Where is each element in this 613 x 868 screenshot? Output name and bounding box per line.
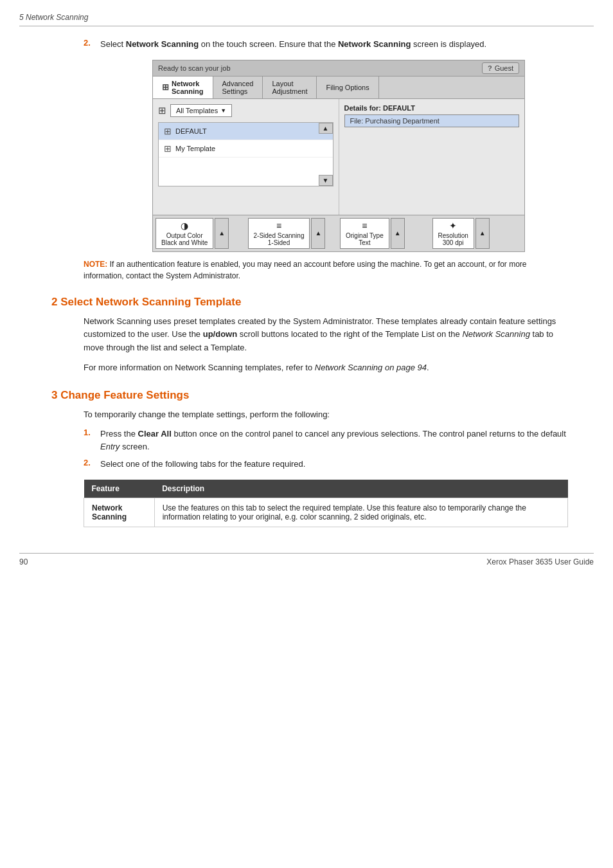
ts-resolution-icon: ✦ [449,221,457,231]
ts-tab-advanced-settings[interactable]: AdvancedSettings [213,77,263,98]
ts-tab-ns-label: NetworkScanning [172,80,204,95]
ts-tab-as-label: AdvancedSettings [222,80,254,95]
ts-scroll-up-button[interactable]: ▲ [319,123,333,134]
ts-details-for-label: Details for: DEFAULT [344,104,520,112]
ts-all-templates-dropdown[interactable]: All Templates ▼ [170,104,232,117]
ts-body: ⊞ All Templates ▼ ▲ ⊞ DEFAULT ⊞ My Templ… [153,99,524,215]
ts-two-sided-value: 1-Sided [268,239,290,246]
ts-two-sided-group: ≡ 2-Sided Scanning 1-Sided ▲ [248,218,338,249]
footer-page-number: 90 [19,557,28,566]
section3-steps: 1. Press the Clear All button once on th… [19,428,594,471]
table-header-feature: Feature [84,480,155,498]
ts-output-color-btn[interactable]: ◑ Output Color Black and White [155,218,213,249]
note-label: NOTE: [84,260,107,269]
ts-original-type-btn[interactable]: ≡ Original Type Text [340,218,389,249]
table-cell-feature: Network Scanning [84,498,155,527]
ts-two-sided-icon: ≡ [276,221,281,231]
ts-output-color-value: Black and White [161,239,208,246]
feature-table: Feature Description Network Scanning Use… [84,480,568,527]
page-header: 5 Network Scanning [19,13,594,26]
step3-1-content: Press the Clear All button once on the c… [100,428,568,453]
ts-title: Ready to scan your job [158,64,231,72]
ts-template-default-label: DEFAULT [175,127,207,135]
ts-tab-la-label: LayoutAdjustment [272,80,307,95]
ts-output-color-arrow[interactable]: ▲ [215,218,229,249]
table-cell-description: Use the features on this tab to select t… [154,498,567,527]
step2-block: 2. Select Network Scanning on the touch … [19,38,594,51]
ts-template-my-label: My Template [175,145,215,152]
ts-tabs: ⊞ NetworkScanning AdvancedSettings Layou… [153,77,524,99]
ts-two-sided-arrow[interactable]: ▲ [311,218,325,249]
table-header-row: Feature Description [84,480,568,498]
section3-intro: To temporarily change the template setti… [19,408,594,422]
ts-resolution-value: 300 dpi [443,239,464,246]
section2-paragraph1: Network Scanning uses preset templates c… [19,315,594,355]
note-text: If an authentication feature is enabled,… [84,260,527,280]
ts-all-templates-label: All Templates [176,107,218,114]
ts-tab-layout[interactable]: LayoutAdjustment [263,77,317,98]
ts-output-color-icon: ◑ [181,221,188,231]
ts-template-default[interactable]: ⊞ DEFAULT [159,123,333,140]
ts-template-icon: ⊞ [158,105,166,116]
section2-heading: 2 Select Network Scanning Template [19,296,594,309]
header-section-label: 5 Network Scanning [19,13,88,22]
section3-heading: 3 Change Feature Settings [19,389,594,402]
ts-output-color-label: Output Color [166,232,203,239]
page-footer: 90 Xerox Phaser 3635 User Guide [19,553,594,566]
ts-title-bar: Ready to scan your job ? Guest [153,60,524,77]
note-block: NOTE: If an authentication feature is en… [84,258,529,282]
ts-guest-label: Guest [495,64,513,72]
ts-two-sided-btn[interactable]: ≡ 2-Sided Scanning 1-Sided [248,218,310,249]
ts-original-type-group: ≡ Original Type Text ▲ [340,218,430,249]
ts-tab-filing[interactable]: Filing Options [317,77,378,98]
ts-resolution-label: Resolution [438,232,468,239]
ts-output-color-group: ◑ Output Color Black and White ▲ [155,218,245,249]
ts-original-type-icon: ≡ [362,221,367,231]
step3-1: 1. Press the Clear All button once on th… [84,428,594,453]
step3-2-content: Select one of the following tabs for the… [100,458,305,471]
ts-template-my-template[interactable]: ⊞ My Template [159,140,333,158]
ts-original-type-value: Text [359,239,370,246]
ts-tab-ns-icon: ⊞ [162,82,169,92]
step3-2: 2. Select one of the following tabs for … [84,458,594,471]
ts-tab-fo-label: Filing Options [326,84,369,91]
ts-left-panel: ⊞ All Templates ▼ ▲ ⊞ DEFAULT ⊞ My Templ… [153,99,339,215]
ts-guest-button[interactable]: ? Guest [482,62,519,74]
ts-tab-network-scanning[interactable]: ⊞ NetworkScanning [153,77,213,98]
ts-resolution-group: ✦ Resolution 300 dpi ▲ [432,218,522,249]
table-row: Network Scanning Use the features on thi… [84,498,568,527]
step2-text: Select Network Scanning on the touch scr… [100,38,594,51]
ts-template-default-icon: ⊞ [164,126,172,136]
table-header-description: Description [154,480,567,498]
ts-guest-icon: ? [488,64,492,72]
ts-file-label: File: Purchasing Department [344,114,520,127]
ts-bottom-toolbar: ◑ Output Color Black and White ▲ ≡ 2-Sid… [153,215,524,251]
ts-resolution-arrow[interactable]: ▲ [475,218,490,249]
section2-paragraph2: For more information on Network Scanning… [19,361,594,375]
ts-original-type-label: Original Type [346,232,384,239]
ts-original-type-arrow[interactable]: ▲ [391,218,405,249]
step3-2-number: 2. [84,458,94,471]
touch-screen-mockup: Ready to scan your job ? Guest ⊞ Network… [152,60,525,252]
step2-number: 2. [84,38,94,51]
footer-product-name: Xerox Phaser 3635 User Guide [486,557,594,566]
ts-dropdown-arrow-icon: ▼ [220,107,226,114]
ts-right-panel: Details for: DEFAULT File: Purchasing De… [339,99,525,215]
ts-resolution-btn[interactable]: ✦ Resolution 300 dpi [432,218,474,249]
ts-template-list: ▲ ⊞ DEFAULT ⊞ My Template ▼ [158,122,333,186]
ts-template-my-icon: ⊞ [164,143,172,154]
ts-two-sided-label: 2-Sided Scanning [254,232,305,239]
ts-scroll-down-button[interactable]: ▼ [319,175,333,186]
ts-template-header: ⊞ All Templates ▼ [158,104,333,117]
step3-1-number: 1. [84,428,94,453]
